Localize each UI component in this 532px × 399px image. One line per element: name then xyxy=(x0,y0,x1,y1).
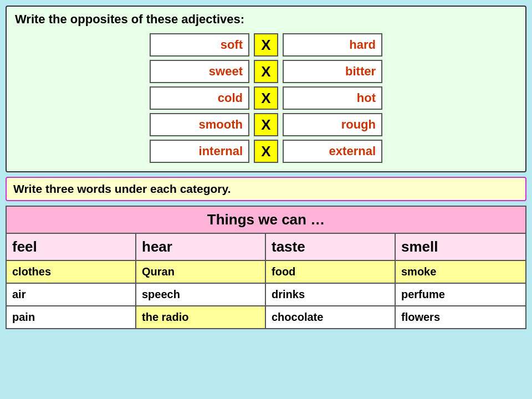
x-marker-2: X xyxy=(254,60,278,83)
section-categories-header: Write three words under each category. xyxy=(6,177,526,201)
pair-row-4: smooth X rough xyxy=(150,113,382,136)
cell-1-4: smoke xyxy=(396,261,525,283)
cell-2-2: speech xyxy=(136,284,266,305)
left-word-1: soft xyxy=(150,33,249,57)
category-headers: feel hear taste smell xyxy=(7,234,525,261)
pairs-grid: soft X hard sweet X bitter xyxy=(15,33,517,163)
x-marker-5: X xyxy=(254,140,278,163)
section-opposites: Write the opposites of these adjectives:… xyxy=(6,6,526,172)
cat-header-smell: smell xyxy=(396,234,525,260)
table-rows: clothes Quran food smoke air speech drin… xyxy=(7,261,525,328)
cell-3-2: the radio xyxy=(136,306,266,328)
left-word-5: internal xyxy=(150,140,249,163)
right-word-5: external xyxy=(283,140,382,163)
x-marker-3: X xyxy=(254,86,278,110)
right-word-1: hard xyxy=(283,33,382,57)
section1-title: Write the opposites of these adjectives: xyxy=(15,12,517,27)
table-row-2: air speech drinks perfume xyxy=(7,284,525,306)
pair-row-3: cold X hot xyxy=(150,86,382,110)
cat-header-hear: hear xyxy=(136,234,266,260)
cell-1-1: clothes xyxy=(7,261,136,283)
cell-1-2: Quran xyxy=(136,261,266,283)
cell-3-3: chocolate xyxy=(266,306,396,328)
left-word-2: sweet xyxy=(150,60,249,83)
cell-3-4: flowers xyxy=(396,306,525,328)
table-title: Things we can … xyxy=(7,207,525,234)
cat-header-feel: feel xyxy=(7,234,136,260)
right-word-4: rough xyxy=(283,113,382,136)
table-row-1: clothes Quran food smoke xyxy=(7,261,525,284)
x-marker-1: X xyxy=(254,33,278,57)
section2-title: Write three words under each category. xyxy=(13,182,519,196)
table-row-3: pain the radio chocolate flowers xyxy=(7,306,525,328)
left-word-4: smooth xyxy=(150,113,249,136)
pair-row-5: internal X external xyxy=(150,140,382,163)
pair-row-2: sweet X bitter xyxy=(150,60,382,83)
right-word-2: bitter xyxy=(283,60,382,83)
pair-row-1: soft X hard xyxy=(150,33,382,57)
cell-2-3: drinks xyxy=(266,284,396,305)
cell-1-3: food xyxy=(266,261,396,283)
right-word-3: hot xyxy=(283,86,382,110)
cat-header-taste: taste xyxy=(266,234,396,260)
cell-2-4: perfume xyxy=(396,284,525,305)
left-word-3: cold xyxy=(150,86,249,110)
cell-2-1: air xyxy=(7,284,136,305)
cell-3-1: pain xyxy=(7,306,136,328)
x-marker-4: X xyxy=(254,113,278,136)
section-table: Things we can … feel hear taste smell cl… xyxy=(6,206,526,329)
main-container: Write the opposites of these adjectives:… xyxy=(6,6,526,329)
